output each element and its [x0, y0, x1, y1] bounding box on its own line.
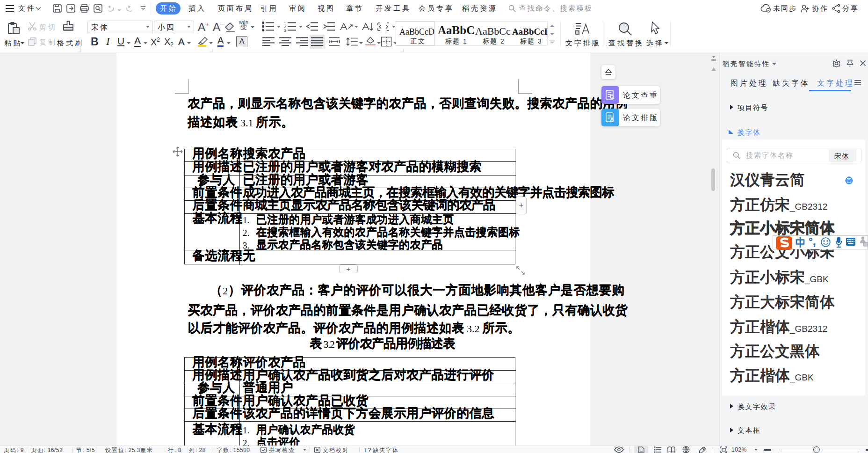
svg-text:3: 3	[284, 29, 286, 32]
